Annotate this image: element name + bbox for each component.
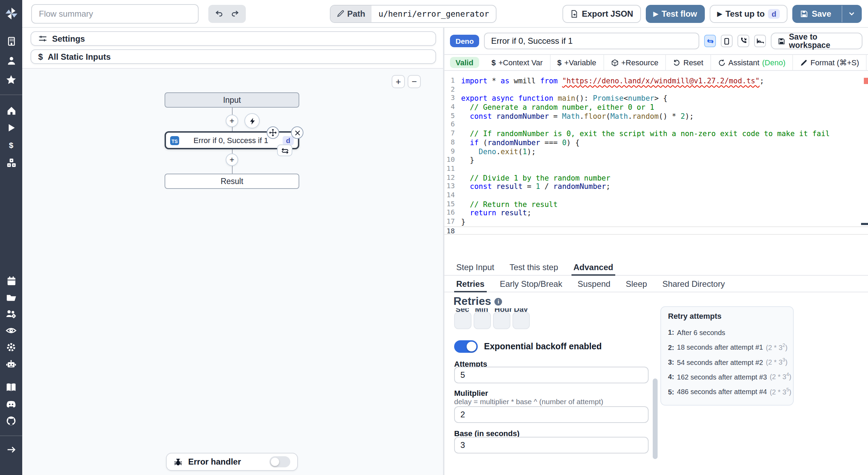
step-editor-header: Deno Save to bbox=[444, 31, 868, 51]
home-icon[interactable] bbox=[3, 103, 19, 118]
undo-redo-group bbox=[208, 5, 246, 23]
flow-settings-button[interactable]: Settings bbox=[31, 31, 436, 46]
github-icon[interactable] bbox=[3, 413, 19, 428]
subtab-sleep[interactable]: Sleep bbox=[618, 276, 654, 292]
flow-panel: Settings $ All Static Inputs + − Input + bbox=[22, 28, 444, 475]
folders-icon[interactable] bbox=[3, 290, 19, 305]
code-editor[interactable]: 1import * as wmill from "https://deno.la… bbox=[444, 71, 868, 259]
redo-icon[interactable] bbox=[230, 9, 239, 18]
export-file-icon bbox=[570, 9, 578, 18]
sleep-bed-icon[interactable] bbox=[754, 35, 766, 47]
tab-advanced[interactable]: Advanced bbox=[566, 259, 621, 275]
discord-icon[interactable] bbox=[3, 397, 19, 412]
suspend-phone-icon[interactable] bbox=[737, 35, 749, 47]
exponential-backoff-toggle[interactable] bbox=[454, 340, 478, 353]
user-icon[interactable] bbox=[3, 53, 19, 68]
reset-button[interactable]: Reset bbox=[666, 55, 711, 70]
save-to-workspace-button[interactable]: Save to workspace bbox=[771, 33, 862, 49]
flow-node-step-selected[interactable]: TS Error if 0, Success if 1 d bbox=[165, 131, 299, 149]
add-resource-button[interactable]: +Resource bbox=[604, 55, 666, 70]
groups-users-icon[interactable] bbox=[3, 306, 19, 322]
sliders-icon bbox=[38, 34, 47, 43]
add-step-button[interactable]: + bbox=[226, 153, 238, 166]
day-input[interactable] bbox=[512, 312, 530, 329]
schedules-calendar-icon[interactable] bbox=[3, 273, 19, 288]
cube-icon bbox=[611, 59, 618, 66]
subtab-suspend[interactable]: Suspend bbox=[570, 276, 618, 292]
trigger-bolt-icon[interactable] bbox=[244, 113, 260, 128]
attempts-input[interactable] bbox=[454, 367, 649, 383]
min-input[interactable] bbox=[474, 312, 491, 329]
explore-hub-button[interactable]: Explore other s bbox=[867, 55, 868, 70]
save-button[interactable]: Save bbox=[793, 5, 838, 22]
zoom-out-button[interactable]: − bbox=[408, 75, 421, 88]
expand-sidebar-arrow-icon[interactable] bbox=[3, 442, 19, 457]
favorites-star-icon[interactable] bbox=[3, 72, 19, 88]
undo-icon[interactable] bbox=[215, 9, 224, 18]
app-sidebar: $ bbox=[0, 0, 22, 475]
advanced-subtabs: Retries Early Stop/Break Suspend Sleep S… bbox=[444, 276, 868, 292]
multiplier-help: delay = multiplier * base ^ (number of a… bbox=[454, 397, 603, 406]
multiplier-input[interactable] bbox=[454, 406, 649, 423]
retry-attempt-row: 2:18 seconds after attempt #1(2 * 32) bbox=[668, 339, 786, 354]
path-value[interactable]: u/henri/error_generator bbox=[372, 5, 496, 22]
base-input[interactable] bbox=[454, 437, 649, 453]
path-field[interactable]: Path u/henri/error_generator bbox=[330, 5, 497, 23]
form-scrollbar[interactable] bbox=[653, 378, 658, 459]
error-handler-row[interactable]: Error handler bbox=[166, 453, 298, 471]
code-lines[interactable]: 1import * as wmill from "https://deno.la… bbox=[444, 76, 868, 235]
path-label: Path bbox=[331, 5, 372, 22]
backoff-label: Exponential backoff enabled bbox=[484, 342, 602, 351]
test-flow-button[interactable]: ▶ Test flow bbox=[646, 5, 705, 23]
step-tabs: Step Input Test this step Advanced bbox=[444, 259, 868, 276]
sec-input[interactable] bbox=[454, 312, 471, 329]
zoom-in-button[interactable]: + bbox=[392, 75, 405, 88]
settings-gear-icon[interactable] bbox=[3, 340, 19, 355]
subtab-shared-directory[interactable]: Shared Directory bbox=[655, 276, 733, 292]
tab-test-this-step[interactable]: Test this step bbox=[502, 259, 566, 275]
add-step-button[interactable]: + bbox=[226, 115, 238, 127]
test-up-to-button[interactable]: ▶ Test up to d bbox=[710, 5, 787, 23]
windmill-logo-icon[interactable] bbox=[5, 3, 18, 24]
subtab-early-stop[interactable]: Early Stop/Break bbox=[492, 276, 570, 292]
top-toolbar: Path u/henri/error_generator Export JSON… bbox=[22, 0, 868, 28]
flow-graph-canvas[interactable]: + − Input + TS Error if 0, Success if 1 … bbox=[22, 68, 443, 475]
subtab-retries[interactable]: Retries bbox=[449, 276, 492, 292]
workspace-building-icon[interactable] bbox=[3, 33, 19, 49]
format-button[interactable]: Format (⌘+S) bbox=[793, 55, 867, 70]
flow-panel-header: Settings $ All Static Inputs bbox=[22, 28, 443, 68]
docs-book-icon[interactable] bbox=[3, 380, 19, 395]
save-dropdown-button[interactable] bbox=[842, 5, 861, 22]
workers-robot-icon[interactable] bbox=[3, 356, 19, 372]
flow-node-result[interactable]: Result bbox=[165, 174, 299, 189]
audit-logs-eye-icon[interactable] bbox=[3, 323, 19, 338]
flow-node-input[interactable]: Input bbox=[165, 92, 299, 108]
editor-toolbar: Valid $+Context Var $+Variable +Resource… bbox=[444, 54, 868, 71]
hour-input[interactable] bbox=[493, 312, 510, 329]
bug-icon bbox=[174, 457, 183, 466]
pen-icon bbox=[800, 59, 808, 66]
export-json-button[interactable]: Export JSON bbox=[562, 5, 641, 23]
assistant-button[interactable]: Assistant (Deno) bbox=[711, 55, 793, 70]
early-stop-icon[interactable] bbox=[721, 35, 733, 47]
move-node-icon[interactable] bbox=[267, 126, 279, 139]
retries-indicator-icon[interactable] bbox=[704, 35, 716, 47]
tab-step-input[interactable]: Step Input bbox=[449, 259, 502, 275]
error-handler-label: Error handler bbox=[188, 457, 241, 467]
step-title-input[interactable] bbox=[484, 33, 700, 49]
app-window: $ bbox=[0, 0, 868, 475]
runs-play-icon[interactable] bbox=[3, 120, 19, 135]
all-static-inputs-button[interactable]: $ All Static Inputs bbox=[31, 49, 436, 64]
flow-summary-input[interactable] bbox=[31, 4, 199, 23]
add-variable-button[interactable]: $+Variable bbox=[550, 55, 604, 70]
refresh-icon bbox=[718, 59, 726, 66]
pencil-icon bbox=[337, 10, 344, 17]
play-icon: ▶ bbox=[717, 10, 722, 17]
retry-repeat-icon[interactable] bbox=[277, 144, 292, 156]
add-context-var-button[interactable]: $+Context Var bbox=[484, 55, 550, 70]
error-handler-toggle[interactable] bbox=[269, 456, 290, 467]
resources-cubes-icon[interactable] bbox=[3, 155, 19, 170]
variables-dollar-icon[interactable]: $ bbox=[3, 138, 19, 153]
info-icon[interactable]: i bbox=[495, 298, 502, 305]
delete-node-icon[interactable] bbox=[291, 126, 303, 139]
